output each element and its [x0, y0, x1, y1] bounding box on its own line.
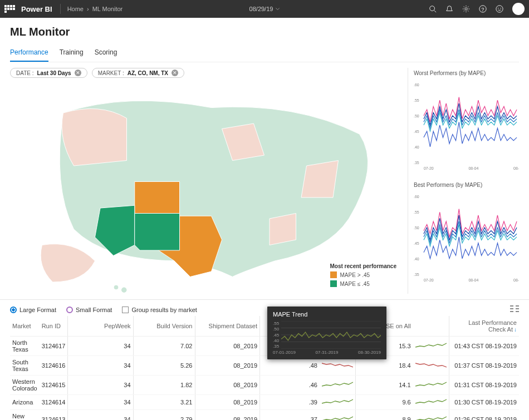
clear-filter-icon[interactable]: ✕ — [172, 70, 178, 76]
svg-rect-29 — [510, 308, 513, 309]
top-nav-bar: Power BI Home › ML Monitor 08/29/19 ? — [0, 0, 529, 18]
svg-point-2 — [465, 8, 467, 10]
svg-text:.60: .60 — [414, 83, 419, 87]
svg-rect-33 — [516, 311, 519, 312]
sort-desc-icon: ↓ — [514, 327, 517, 333]
svg-text:.50: .50 — [414, 114, 419, 118]
tab-scoring[interactable]: Scoring — [95, 44, 117, 62]
svg-text:.35: .35 — [414, 161, 419, 165]
svg-point-6 — [498, 8, 498, 8]
performance-table[interactable]: Market Run ID PepWeek Build Version Ship… — [10, 316, 519, 420]
radio-small-format[interactable]: Small Format — [66, 307, 112, 313]
brand-label: Power BI — [21, 5, 52, 13]
feedback-icon[interactable] — [496, 5, 503, 13]
best-performers-title: Best Performers (by MAPE) — [414, 182, 519, 188]
svg-text:08-19: 08-19 — [513, 166, 519, 170]
svg-text:07-20: 07-20 — [424, 166, 434, 170]
col-mse-spark[interactable] — [413, 316, 449, 337]
search-icon[interactable] — [429, 5, 437, 13]
breadcrumb-sep: › — [87, 6, 89, 12]
svg-text:.60: .60 — [414, 195, 419, 199]
svg-rect-32 — [516, 308, 519, 309]
svg-point-0 — [430, 6, 435, 11]
svg-text:08-19: 08-19 — [513, 278, 519, 282]
breadcrumb-home[interactable]: Home — [67, 6, 84, 12]
radio-large-format[interactable]: Large Format — [10, 307, 56, 313]
best-performers-chart[interactable]: .60.55.50.45.40.3507-2008-0408-19 — [414, 190, 519, 285]
col-shipment[interactable]: Shipment Dataset — [195, 316, 260, 337]
checkbox-group-by-market[interactable]: Group results by market — [122, 307, 197, 313]
svg-text:.40: .40 — [414, 257, 419, 261]
header-date-picker[interactable]: 08/29/19 — [249, 6, 280, 12]
user-avatar[interactable] — [512, 3, 525, 15]
chevron-down-icon — [275, 7, 280, 11]
col-pepweek[interactable]: PepWeek — [68, 316, 133, 337]
tab-training[interactable]: Training — [60, 44, 84, 62]
svg-text:.45: .45 — [414, 241, 419, 245]
page-title: ML Monitor — [10, 26, 519, 38]
svg-text:.55: .55 — [414, 98, 419, 102]
svg-text:.50: .50 — [414, 226, 419, 230]
filter-chip-market[interactable]: MARKET :AZ, CO, NM, TX ✕ — [92, 68, 184, 78]
breadcrumb-current: ML Monitor — [92, 6, 123, 12]
svg-text:.55: .55 — [414, 210, 419, 214]
svg-text:08-04: 08-04 — [468, 166, 478, 170]
col-market[interactable]: Market — [10, 316, 40, 337]
table-row[interactable]: New Mexico 3124613 34 2.79 08_2019 .37 8… — [10, 410, 519, 421]
us-map-visual[interactable]: Most recent performance MAPE > .45 MAPE … — [10, 81, 402, 293]
svg-rect-31 — [516, 305, 519, 307]
breadcrumb: Home › ML Monitor — [67, 6, 123, 12]
worst-performers-title: Worst Performers (by MAPE) — [414, 70, 519, 76]
map-legend: Most recent performance MAPE > .45 MAPE … — [330, 263, 396, 287]
worst-performers-chart[interactable]: .60.55.50.45.40.3507-2008-0408-19 — [414, 78, 519, 173]
svg-text:08-04: 08-04 — [468, 278, 478, 282]
col-build[interactable]: Build Version — [133, 316, 195, 337]
table-row[interactable]: Western Colorado 3124615 34 1.82 08_2019… — [10, 375, 519, 395]
tab-performance[interactable]: Performance — [10, 44, 48, 62]
table-view-toggle-icon[interactable] — [510, 305, 519, 314]
notification-icon[interactable] — [445, 5, 453, 13]
svg-line-1 — [434, 11, 437, 13]
svg-text:?: ? — [482, 7, 484, 12]
svg-point-7 — [500, 8, 501, 8]
svg-point-8 — [114, 285, 119, 290]
table-row[interactable]: Arizona 3124614 34 3.21 08_2019 .39 9.6 … — [10, 395, 519, 410]
col-last-check[interactable]: Last Performance Check At↓ — [449, 316, 519, 337]
svg-rect-28 — [510, 305, 513, 307]
col-runid[interactable]: Run ID — [40, 316, 68, 337]
table-row[interactable]: South Texas 3124616 34 5.26 08_2019 .48 … — [10, 356, 519, 375]
app-launcher-icon[interactable] — [4, 5, 16, 13]
help-icon[interactable]: ? — [479, 5, 487, 13]
table-row[interactable]: North Texas 3124617 34 7.02 08_2019 .42 … — [10, 337, 519, 356]
svg-rect-30 — [510, 311, 513, 312]
clear-filter-icon[interactable]: ✕ — [75, 70, 81, 76]
filter-chip-date[interactable]: DATE :Last 30 Days ✕ — [10, 68, 87, 78]
svg-text:.35: .35 — [414, 273, 419, 276]
svg-text:.45: .45 — [414, 130, 419, 134]
svg-point-5 — [496, 6, 503, 12]
mape-trend-tooltip: MAPE Trend .55 .50 .45 .40 .35 07-01-201… — [267, 307, 386, 359]
tooltip-sparkline — [281, 321, 381, 349]
gear-icon[interactable] — [462, 5, 470, 13]
svg-text:07-20: 07-20 — [424, 278, 434, 282]
table-controls: Large Format Small Format Group results … — [0, 299, 529, 316]
svg-text:.40: .40 — [414, 145, 419, 149]
report-tabs: Performance Training Scoring — [10, 44, 519, 62]
svg-point-9 — [121, 288, 127, 293]
